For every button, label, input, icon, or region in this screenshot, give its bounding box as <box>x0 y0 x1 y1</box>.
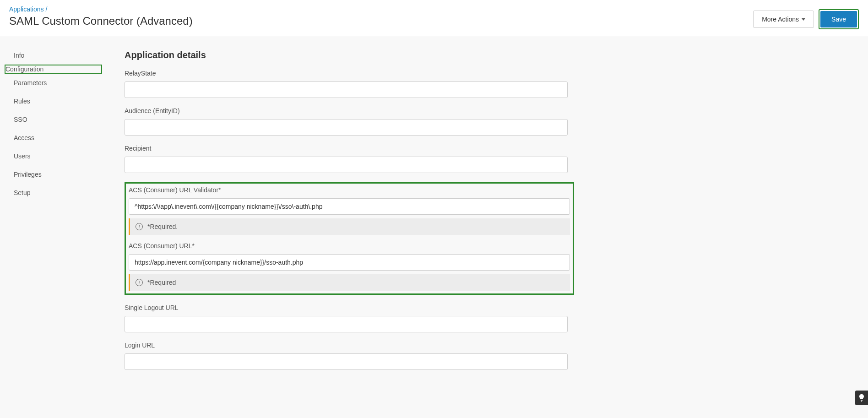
acs-url-note-text: *Required <box>147 279 176 286</box>
field-login-url: Login URL <box>125 342 850 370</box>
slo-label: Single Logout URL <box>125 304 850 311</box>
field-acs-url: ACS (Consumer) URL* i *Required <box>129 242 570 291</box>
sidebar-item-privileges[interactable]: Privileges <box>0 165 106 184</box>
acs-validator-note-text: *Required. <box>147 223 178 230</box>
field-relaystate: RelayState <box>125 70 850 98</box>
field-recipient: Recipient <box>125 145 850 173</box>
lightbulb-icon <box>858 394 865 402</box>
help-fab[interactable] <box>855 391 868 405</box>
chevron-down-icon <box>802 18 805 21</box>
audience-input[interactable] <box>125 119 568 136</box>
content: Application details RelayState Audience … <box>106 37 868 418</box>
info-icon: i <box>136 279 143 286</box>
sidebar-item-users[interactable]: Users <box>0 147 106 165</box>
sidebar-item-access[interactable]: Access <box>0 129 106 147</box>
field-acs-validator: ACS (Consumer) URL Validator* i *Require… <box>129 186 570 235</box>
sidebar-item-rules[interactable]: Rules <box>0 92 106 110</box>
main: Info Configuration Parameters Rules SSO … <box>0 37 868 418</box>
recipient-input[interactable] <box>125 157 568 173</box>
acs-url-label: ACS (Consumer) URL* <box>129 242 570 250</box>
sidebar-item-info[interactable]: Info <box>0 46 106 65</box>
field-audience: Audience (EntityID) <box>125 107 850 136</box>
sidebar-item-sso[interactable]: SSO <box>0 110 106 129</box>
acs-url-note: i *Required <box>129 274 570 291</box>
page-title: SAML Custom Connector (Advanced) <box>9 15 193 27</box>
audience-label: Audience (EntityID) <box>125 107 850 114</box>
slo-input[interactable] <box>125 316 568 332</box>
sidebar-item-setup[interactable]: Setup <box>0 184 106 202</box>
header-left: Applications / SAML Custom Connector (Ad… <box>9 5 193 27</box>
sidebar: Info Configuration Parameters Rules SSO … <box>0 37 106 418</box>
breadcrumb-parent-link[interactable]: Applications <box>9 5 44 13</box>
acs-highlight-block: ACS (Consumer) URL Validator* i *Require… <box>125 182 574 295</box>
sidebar-item-parameters[interactable]: Parameters <box>0 74 106 92</box>
section-title: Application details <box>125 50 850 60</box>
save-button[interactable]: Save <box>820 11 857 27</box>
save-button-highlight: Save <box>819 9 859 29</box>
relaystate-input[interactable] <box>125 81 568 98</box>
login-url-label: Login URL <box>125 342 850 349</box>
recipient-label: Recipient <box>125 145 850 152</box>
acs-validator-label: ACS (Consumer) URL Validator* <box>129 186 570 194</box>
login-url-input[interactable] <box>125 353 568 370</box>
acs-validator-input[interactable] <box>129 198 570 215</box>
field-slo: Single Logout URL <box>125 304 850 332</box>
breadcrumb-separator: / <box>45 5 47 13</box>
more-actions-button[interactable]: More Actions <box>753 11 814 28</box>
info-icon: i <box>136 223 143 230</box>
sidebar-item-configuration-highlight: Configuration <box>5 65 102 74</box>
breadcrumb: Applications / <box>9 5 193 13</box>
acs-validator-note: i *Required. <box>129 218 570 235</box>
sidebar-item-configuration[interactable]: Configuration <box>5 65 101 73</box>
page-header: Applications / SAML Custom Connector (Ad… <box>0 0 868 37</box>
relaystate-label: RelayState <box>125 70 850 77</box>
header-actions: More Actions Save <box>753 5 859 29</box>
more-actions-label: More Actions <box>762 16 799 23</box>
acs-url-input[interactable] <box>129 254 570 271</box>
